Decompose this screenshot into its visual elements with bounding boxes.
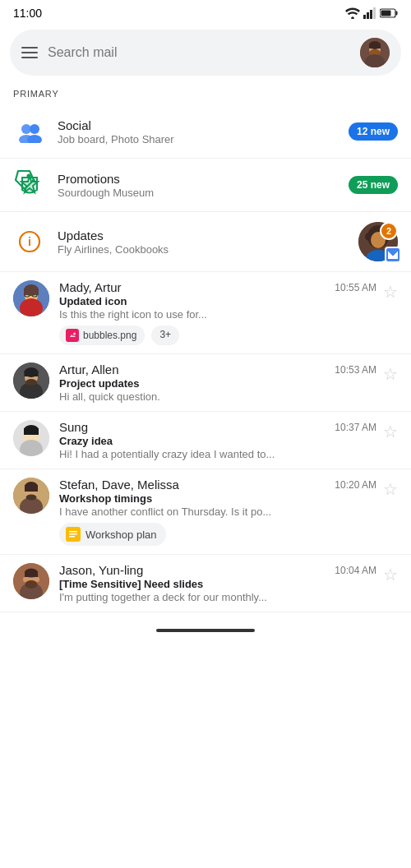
category-promotions[interactable]: Promotions Sourdough Museum 25 new: [0, 159, 411, 212]
promotions-badge: 25 new: [349, 176, 398, 194]
svg-point-71: [23, 577, 26, 582]
email-artur-subject: Project updates: [59, 377, 376, 390]
avatar-jason: [13, 563, 49, 599]
email-stefan[interactable]: Stefan, Dave, Melissa 10:20 AM Workshop …: [0, 469, 411, 555]
email-jason-preview: I'm putting together a deck for our mont…: [59, 591, 376, 603]
chip-bubbles-label: bubbles.png: [83, 330, 136, 341]
avatar-mady: [13, 280, 49, 316]
svg-rect-4: [373, 7, 376, 19]
workshop-chip: Workshop plan: [59, 523, 166, 546]
avatar-artur: [13, 362, 49, 399]
email-stefan-content: Stefan, Dave, Melissa 10:20 AM Workshop …: [59, 478, 376, 546]
promotions-subtitle: Sourdough Museum: [58, 187, 349, 199]
email-artur-time: 10:53 AM: [335, 364, 376, 376]
section-label: PRIMARY: [0, 85, 411, 105]
promotions-icon: [13, 169, 46, 201]
svg-rect-2: [367, 12, 369, 19]
email-jason-subject: [Time Sensitive] Need slides: [59, 578, 376, 590]
chip-bubbles: bubbles.png: [59, 326, 145, 345]
svg-rect-17: [369, 44, 381, 48]
email-jason-sender: Jason, Yun-ling: [59, 563, 143, 577]
svg-rect-46: [25, 371, 39, 376]
workshop-doc-icon: [66, 527, 81, 542]
email-mady-preview: Is this the right icon to use for...: [59, 308, 376, 321]
promotions-info: Promotions Sourdough Museum: [58, 172, 349, 199]
star-artur[interactable]: ☆: [383, 364, 398, 384]
svg-point-23: [27, 174, 31, 178]
social-info: Social Job board, Photo Sharer: [58, 118, 349, 145]
svg-rect-63: [69, 533, 77, 535]
svg-rect-39: [24, 289, 39, 295]
promotions-name: Promotions: [58, 172, 349, 186]
chip-image-icon: [66, 329, 79, 342]
status-bar: 11:00: [0, 0, 411, 23]
email-mady-sender: Mady, Artur: [59, 280, 122, 294]
svg-rect-59: [25, 485, 38, 492]
svg-rect-1: [363, 15, 366, 19]
star-jason[interactable]: ☆: [383, 565, 398, 584]
email-artur-preview: Hi all, quick question.: [59, 390, 376, 403]
email-stefan-preview: I have another conflict on Thursday. Is …: [59, 506, 376, 518]
category-social[interactable]: Social Job board, Photo Sharer 12 new: [0, 105, 411, 159]
svg-rect-52: [24, 428, 39, 435]
email-artur-sender: Artur, Allen: [59, 362, 119, 376]
email-mady-content: Mady, Artur 10:55 AM Updated icon Is thi…: [59, 280, 376, 345]
email-jason[interactable]: Jason, Yun-ling 10:04 AM [Time Sensitive…: [0, 555, 411, 612]
search-bar[interactable]: Search mail: [10, 30, 401, 76]
svg-rect-7: [381, 11, 391, 16]
social-name: Social: [58, 118, 349, 132]
svg-rect-62: [69, 531, 77, 533]
svg-rect-70: [25, 571, 38, 577]
email-sung-preview: Hi! I had a potentially crazy idea I wan…: [59, 448, 376, 460]
search-input-label[interactable]: Search mail: [48, 45, 350, 60]
updates-badge-container: 2: [358, 222, 398, 261]
status-icons: [345, 7, 398, 19]
svg-text:i: i: [28, 235, 31, 248]
email-sung-sender: Sung: [59, 420, 88, 434]
email-sung[interactable]: Sung 10:37 AM Crazy idea Hi! I had a pot…: [0, 412, 411, 469]
svg-rect-10: [21, 57, 38, 58]
social-badge: 12 new: [349, 122, 398, 141]
svg-point-54: [37, 435, 40, 440]
signal-icon: [363, 7, 376, 19]
email-jason-content: Jason, Yun-ling 10:04 AM [Time Sensitive…: [59, 563, 376, 603]
category-updates[interactable]: i Updates Fly Airlines, Cookbooks 2: [0, 212, 411, 272]
status-time: 11:00: [13, 7, 42, 20]
svg-rect-9: [21, 52, 38, 53]
updates-subtitle: Fly Airlines, Cookbooks: [58, 243, 358, 256]
updates-name: Updates: [58, 229, 358, 242]
avatar-stefan: [13, 478, 49, 514]
svg-point-47: [25, 379, 37, 386]
star-sung[interactable]: ☆: [383, 422, 398, 441]
star-mady[interactable]: ☆: [383, 282, 398, 302]
svg-rect-3: [370, 10, 372, 19]
email-mady-subject: Updated icon: [59, 295, 376, 307]
updates-info: Updates Fly Airlines, Cookbooks: [58, 229, 358, 256]
bottom-bar: [0, 612, 411, 642]
avatar-sung: [13, 420, 49, 456]
svg-rect-8: [21, 47, 38, 48]
star-stefan[interactable]: ☆: [383, 479, 398, 499]
email-artur[interactable]: Artur, Allen 10:53 AM Project updates Hi…: [0, 354, 411, 412]
social-icon: [13, 115, 46, 148]
svg-rect-64: [69, 536, 75, 538]
updates-count-badge: 2: [380, 222, 398, 240]
updates-icon: i: [13, 225, 46, 258]
email-stefan-sender: Stefan, Dave, Melissa: [59, 478, 179, 492]
email-mady[interactable]: Mady, Artur 10:55 AM Updated icon Is thi…: [0, 272, 411, 354]
user-avatar[interactable]: [360, 38, 390, 67]
email-artur-content: Artur, Allen 10:53 AM Project updates Hi…: [59, 362, 376, 403]
battery-icon: [380, 8, 398, 18]
email-sung-content: Sung 10:37 AM Crazy idea Hi! I had a pot…: [59, 420, 376, 460]
svg-rect-6: [396, 12, 398, 16]
email-mady-chips: bubbles.png 3+: [59, 326, 376, 345]
svg-point-41: [73, 333, 76, 335]
chip-more: 3+: [151, 326, 179, 345]
workshop-chip-label: Workshop plan: [85, 529, 156, 541]
menu-icon[interactable]: [21, 47, 38, 58]
email-stefan-time: 10:20 AM: [335, 479, 376, 491]
svg-point-53: [22, 435, 25, 440]
email-sung-subject: Crazy idea: [59, 435, 376, 447]
home-indicator: [156, 629, 255, 632]
social-subtitle: Job board, Photo Sharer: [58, 133, 349, 145]
